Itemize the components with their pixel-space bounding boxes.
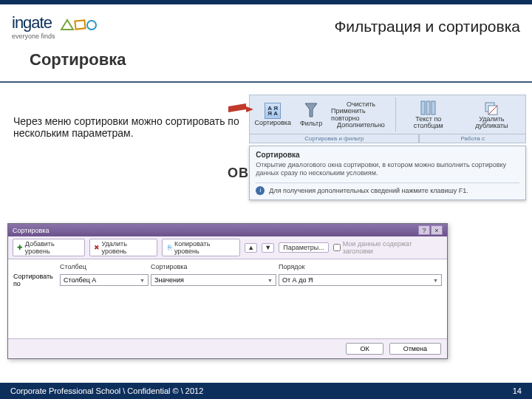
dialog-footer: ОК Отмена xyxy=(8,338,447,358)
tooltip-title: Сортировка xyxy=(256,151,519,159)
logo-shapes-icon xyxy=(59,18,98,32)
text-to-columns-label: Текст по столбцам xyxy=(402,116,455,129)
svg-marker-4 xyxy=(305,103,317,117)
add-level-button[interactable]: ✚Добавить уровень xyxy=(13,239,85,256)
column-header-col: Столбец xyxy=(60,263,149,270)
ribbon-group-label-data: Работа с xyxy=(419,134,526,143)
plus-icon: ✚ xyxy=(17,245,24,251)
footer-text: Corporate Professional School \ Confiden… xyxy=(10,386,203,395)
row-label: Сортировать по xyxy=(13,273,58,287)
move-down-button[interactable]: ▼ xyxy=(262,243,274,253)
filter-button[interactable]: Фильтр xyxy=(296,100,327,129)
cancel-button[interactable]: Отмена xyxy=(389,343,441,355)
tooltip-footer-text: Для получения дополнительных сведений на… xyxy=(269,187,468,194)
remove-duplicates-label: Удалить дубликаты xyxy=(464,116,519,129)
slide-footer: Corporate Professional School \ Confiden… xyxy=(0,383,532,399)
svg-marker-0 xyxy=(61,20,73,30)
order-select[interactable]: От А до Я▼ xyxy=(279,274,442,286)
column-header-order: Порядок xyxy=(279,263,442,270)
headers-checkbox[interactable]: Мои данные содержат заголовки xyxy=(333,240,443,255)
ribbon-group-label-sort-filter: Сортировка и фильтр xyxy=(249,134,419,143)
chevron-down-icon: ▼ xyxy=(140,278,145,283)
filter-button-label: Фильтр xyxy=(300,120,322,127)
description-text: Через меню сортировки можно сортировать … xyxy=(13,115,249,139)
slide-header: ingate everyone finds Фильтрация и сорти… xyxy=(0,4,532,49)
chevron-down-icon: ▼ xyxy=(265,245,271,251)
logo-tagline: everyone finds xyxy=(12,33,98,40)
x-icon: ✖ xyxy=(94,245,100,251)
section-title: Сортировка xyxy=(30,50,532,69)
options-button[interactable]: Параметры... xyxy=(279,242,328,253)
text-to-columns-button[interactable]: Текст по столбцам xyxy=(399,98,458,131)
close-button[interactable]: × xyxy=(431,225,443,235)
callout-arrow-icon xyxy=(228,102,253,120)
sort-tooltip: Сортировка Открытие диалогового окна сор… xyxy=(249,146,526,200)
svg-marker-3 xyxy=(228,103,253,112)
svg-rect-7 xyxy=(432,101,435,115)
dialog-body: Столбец Сортировка Порядок Сортировать п… xyxy=(8,259,447,338)
info-icon: i xyxy=(256,186,265,195)
funnel-icon xyxy=(304,102,318,120)
ribbon-bar: А ЯЯ А Сортировка Фильтр Очистить Примен… xyxy=(249,95,526,134)
chevron-down-icon: ▼ xyxy=(267,278,273,283)
svg-rect-5 xyxy=(421,101,425,115)
svg-rect-6 xyxy=(426,101,430,115)
remove-duplicates-button[interactable]: Удалить дубликаты xyxy=(461,98,522,131)
ribbon-screenshot: А ЯЯ А Сортировка Фильтр Очистить Примен… xyxy=(249,95,526,143)
tooltip-body: Открытие диалогового окна сортировки, в … xyxy=(256,161,519,178)
move-up-button[interactable]: ▲ xyxy=(245,243,257,253)
column-header-sort: Сортировка xyxy=(151,263,276,270)
ok-button[interactable]: ОК xyxy=(346,343,383,355)
copy-icon: ⎘ xyxy=(166,245,173,251)
advanced-button[interactable]: Дополнительно xyxy=(330,120,392,130)
sort-icon: А ЯЯ А xyxy=(265,103,281,119)
divider xyxy=(0,81,532,83)
sort-on-select[interactable]: Значения▼ xyxy=(151,274,276,286)
dialog-empty-area xyxy=(8,291,447,338)
remove-duplicates-icon xyxy=(482,100,500,116)
reapply-button[interactable]: Применить повторно xyxy=(330,109,392,120)
column-select[interactable]: Столбец A▼ xyxy=(60,274,149,286)
checkbox-input[interactable] xyxy=(333,244,341,251)
chevron-up-icon: ▲ xyxy=(248,245,254,251)
page-number: 14 xyxy=(513,386,522,395)
svg-rect-1 xyxy=(75,20,86,29)
sort-button-label: Сортировка xyxy=(255,119,291,126)
sort-button[interactable]: А ЯЯ А Сортировка xyxy=(253,101,293,128)
copy-level-button[interactable]: ⎘Копировать уровень xyxy=(162,239,240,256)
sort-row: Сортировать по Столбец A▼ Значения▼ От А… xyxy=(13,273,442,287)
help-button[interactable]: ? xyxy=(418,225,430,235)
dialog-titlebar[interactable]: Сортировка ? × xyxy=(8,224,447,236)
dialog-title: Сортировка xyxy=(13,227,49,234)
logo-text: ingate xyxy=(12,13,52,32)
chevron-down-icon: ▼ xyxy=(433,278,438,283)
svg-point-2 xyxy=(87,21,96,30)
brand-logo: ingate everyone finds xyxy=(12,13,98,40)
dialog-toolbar: ✚Добавить уровень ✖Удалить уровень ⎘Копи… xyxy=(8,236,447,259)
delete-level-button[interactable]: ✖Удалить уровень xyxy=(89,239,157,256)
filter-options-column: Очистить Применить повторно Дополнительн… xyxy=(330,99,392,130)
text-columns-icon xyxy=(420,100,437,116)
page-title: Фильтрация и сортировка xyxy=(334,18,520,35)
separator xyxy=(395,98,396,132)
sort-dialog: Сортировка ? × ✚Добавить уровень ✖Удалит… xyxy=(7,223,448,359)
